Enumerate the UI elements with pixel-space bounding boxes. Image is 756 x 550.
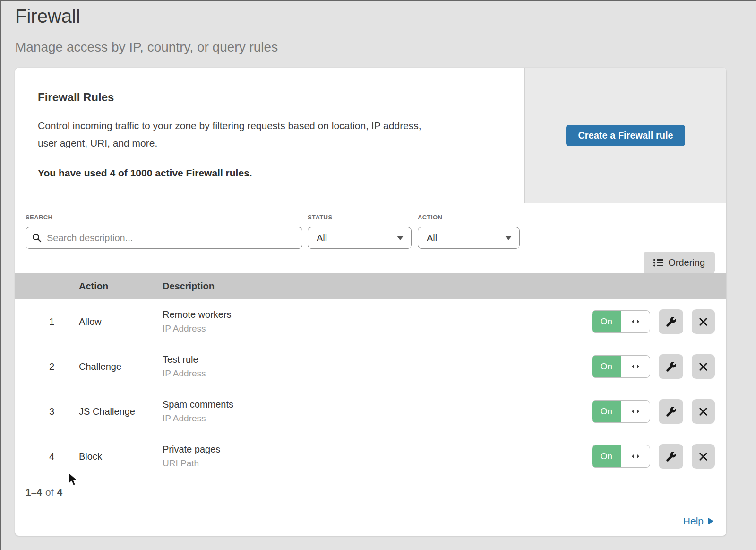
- firewall-page: Firewall Manage access by IP, country, o…: [0, 0, 756, 550]
- delete-rule-button[interactable]: [692, 444, 715, 469]
- rule-match-type: IP Address: [163, 413, 592, 424]
- status-filter-group: STATUS All: [308, 214, 412, 249]
- close-icon: [698, 452, 708, 462]
- rules-usage-summary: You have used 4 of 1000 active Firewall …: [38, 167, 506, 179]
- rule-action: Allow: [79, 316, 163, 327]
- help-link-label: Help: [683, 515, 704, 527]
- description-column-header: Description: [163, 281, 715, 292]
- ordering-button-label: Ordering: [668, 257, 705, 268]
- page-header: Firewall Manage access by IP, country, o…: [0, 0, 756, 55]
- rule-controls: On: [592, 444, 726, 469]
- rule-priority: 1: [15, 316, 79, 327]
- toggle-handle[interactable]: [621, 445, 650, 467]
- pagination: 1–4 of 4: [15, 479, 726, 506]
- firewall-rules-intro-section: Firewall Rules Control incoming traffic …: [15, 68, 726, 203]
- action-select[interactable]: All: [418, 227, 520, 249]
- rule-priority: 2: [15, 361, 79, 372]
- ordering-button[interactable]: Ordering: [644, 252, 715, 273]
- rule-enabled-toggle[interactable]: On: [592, 310, 650, 333]
- toggle-handle[interactable]: [621, 401, 650, 422]
- wrench-icon: [666, 361, 677, 372]
- close-icon: [698, 362, 708, 372]
- create-rule-panel: Create a Firewall rule: [524, 68, 726, 203]
- section-heading: Firewall Rules: [38, 91, 506, 104]
- edit-rule-button[interactable]: [659, 309, 683, 334]
- table-row: 3 JS Challenge Spam comments IP Address …: [15, 389, 726, 434]
- section-description: Control incoming traffic to your zone by…: [38, 117, 506, 152]
- wrench-icon: [666, 316, 677, 327]
- close-icon: [698, 407, 708, 417]
- left-right-arrows-icon: [630, 408, 641, 415]
- ordered-list-icon: [653, 259, 663, 267]
- toggle-on-label: On: [592, 445, 621, 467]
- edit-rule-button[interactable]: [659, 399, 683, 424]
- status-select[interactable]: All: [308, 227, 412, 249]
- table-row: 1 Allow Remote workers IP Address On: [15, 299, 726, 344]
- rule-controls: On: [592, 354, 726, 379]
- firewall-rules-card: Firewall Rules Control incoming traffic …: [15, 68, 726, 536]
- delete-rule-button[interactable]: [692, 399, 715, 424]
- rule-match-type: URI Path: [163, 458, 592, 469]
- delete-rule-button[interactable]: [692, 354, 715, 379]
- wrench-icon: [666, 406, 677, 417]
- action-label: ACTION: [418, 214, 520, 221]
- pagination-range: 1–4: [26, 487, 42, 498]
- search-box: [26, 227, 302, 249]
- rule-match-type: IP Address: [163, 323, 592, 334]
- pagination-total: 4: [57, 487, 63, 498]
- rule-description-cell: Remote workers IP Address: [163, 309, 592, 334]
- pagination-of: of: [45, 487, 54, 498]
- help-link[interactable]: Help: [683, 515, 713, 527]
- wrench-icon: [666, 451, 677, 462]
- rule-match-type: IP Address: [163, 368, 592, 379]
- create-firewall-rule-button[interactable]: Create a Firewall rule: [566, 125, 685, 146]
- toggle-on-label: On: [592, 356, 621, 377]
- close-icon: [698, 317, 708, 327]
- rule-priority: 4: [15, 451, 79, 462]
- status-select-value: All: [317, 233, 327, 244]
- page-title: Firewall: [15, 6, 756, 27]
- rule-description: Remote workers: [163, 309, 592, 320]
- table-row: 4 Block Private pages URI Path On: [15, 434, 726, 479]
- search-input[interactable]: [26, 227, 302, 249]
- rule-enabled-toggle[interactable]: On: [592, 445, 650, 468]
- action-filter-group: ACTION All: [418, 214, 520, 249]
- table-row: 2 Challenge Test rule IP Address On: [15, 344, 726, 389]
- chevron-down-icon: [397, 236, 404, 240]
- rule-description-cell: Private pages URI Path: [163, 444, 592, 469]
- rule-description-cell: Spam comments IP Address: [163, 399, 592, 424]
- rule-controls: On: [592, 399, 726, 424]
- rule-action: Challenge: [79, 361, 163, 372]
- action-column-header: Action: [79, 281, 163, 292]
- search-icon: [32, 233, 42, 243]
- action-select-value: All: [427, 233, 437, 244]
- rule-controls: On: [592, 309, 726, 334]
- toggle-on-label: On: [592, 311, 621, 332]
- rule-description: Test rule: [163, 354, 592, 365]
- filter-bar: SEARCH STATUS All ACTION: [15, 203, 726, 273]
- table-header-row: Action Description: [15, 273, 726, 299]
- left-right-arrows-icon: [630, 363, 641, 370]
- search-label: SEARCH: [26, 214, 302, 221]
- edit-rule-button[interactable]: [659, 354, 683, 379]
- chevron-right-icon: [708, 518, 713, 524]
- chevron-down-icon: [505, 236, 512, 240]
- left-right-arrows-icon: [630, 453, 641, 460]
- page-subtitle: Manage access by IP, country, or query r…: [15, 40, 756, 55]
- firewall-rules-info: Firewall Rules Control incoming traffic …: [15, 68, 524, 203]
- rule-description: Spam comments: [163, 399, 592, 410]
- toggle-on-label: On: [592, 401, 621, 422]
- toggle-handle[interactable]: [621, 356, 650, 377]
- rule-enabled-toggle[interactable]: On: [592, 355, 650, 378]
- toggle-handle[interactable]: [621, 311, 650, 332]
- status-label: STATUS: [308, 214, 412, 221]
- rule-description: Private pages: [163, 444, 592, 455]
- rule-enabled-toggle[interactable]: On: [592, 400, 650, 423]
- search-filter-group: SEARCH: [26, 214, 302, 249]
- help-row: Help: [15, 506, 726, 536]
- delete-rule-button[interactable]: [692, 309, 715, 334]
- edit-rule-button[interactable]: [659, 444, 683, 469]
- rules-table-body: 1 Allow Remote workers IP Address On: [15, 299, 726, 479]
- rule-action: JS Challenge: [79, 406, 163, 417]
- rule-action: Block: [79, 451, 163, 462]
